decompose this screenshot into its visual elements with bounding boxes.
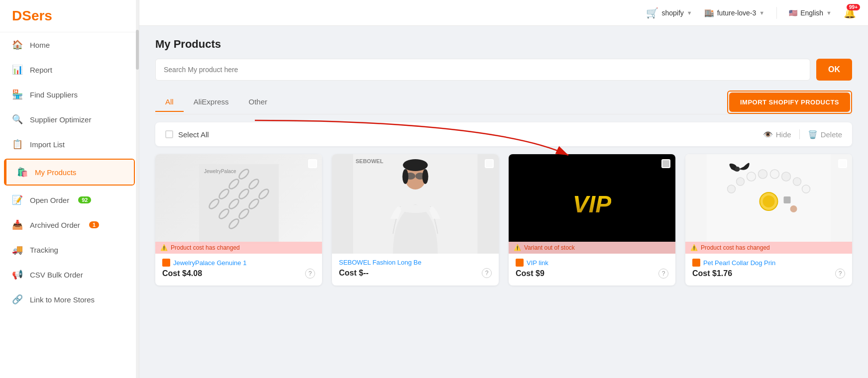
product-body: SEBOWEL Fashion Long Be Cost $-- ?: [332, 254, 499, 285]
shopify-store-selector[interactable]: 🛒 shopify ▼: [646, 7, 692, 19]
help-icon[interactable]: ?: [658, 269, 668, 279]
sidebar-item-import-list[interactable]: 📋 Import List: [0, 132, 139, 157]
page-title: My Products: [155, 38, 852, 51]
product-alert-text: Variant out of stock: [524, 244, 575, 251]
svg-text:SEBOWEL: SEBOWEL: [356, 158, 384, 164]
megaphone-icon: 📢: [12, 269, 23, 280]
list-icon: 📋: [12, 139, 23, 150]
svg-point-29: [759, 170, 767, 179]
product-cost-row: Cost $4.08 ?: [162, 269, 315, 279]
product-checkbox[interactable]: [308, 159, 317, 168]
product-source: JewelryPalace Genuine 1: [162, 259, 315, 267]
dsers-source-icon: [516, 259, 524, 267]
help-icon[interactable]: ?: [482, 268, 492, 278]
search-input[interactable]: [155, 59, 810, 81]
product-body: JewelryPalace Genuine 1 Cost $4.08 ?: [155, 254, 322, 285]
product-cost-row: Cost $-- ?: [339, 268, 492, 278]
sidebar-item-link-to-more-stores[interactable]: 🔗 Link to More Stores: [0, 287, 139, 312]
help-icon[interactable]: ?: [835, 269, 845, 279]
sidebar-item-supplier-optimizer[interactable]: 🔍 Supplier Optimizer: [0, 107, 139, 132]
shopify-chevron-icon: ▼: [687, 10, 692, 16]
flag-icon: 🇺🇸: [789, 9, 797, 17]
product-image: JewelryPalace ⚠️ Product cost has change…: [155, 154, 322, 254]
sidebar-item-my-products[interactable]: 🛍️ My Products: [5, 160, 134, 185]
tab-all[interactable]: All: [155, 93, 184, 112]
topbar-divider: [776, 7, 777, 19]
alert-icon: ⚠️: [160, 244, 168, 251]
svg-point-30: [770, 170, 779, 179]
import-shopify-products-button[interactable]: IMPORT SHOPIFY PRODUCTS: [729, 93, 850, 112]
product-name[interactable]: SEBOWEL Fashion Long Be: [339, 259, 422, 266]
product-image: ⚠️ Product cost has changed: [685, 154, 852, 254]
alert-icon: ⚠️: [690, 244, 698, 251]
product-cost: Cost $9: [516, 269, 544, 278]
product-body: Pet Pearl Collar Dog Prin Cost $1.76 ?: [685, 254, 852, 285]
sidebar-nav: 🏠 Home 📊 Report 🏪 Find Suppliers 🔍 Suppl…: [0, 32, 139, 378]
scrollbar-track[interactable]: [136, 0, 139, 378]
sidebar-item-label: Supplier Optimizer: [30, 115, 91, 124]
sidebar-item-home[interactable]: 🏠 Home: [0, 32, 139, 57]
sidebar-item-tracking[interactable]: 🚚 Tracking: [0, 237, 139, 262]
content-area: My Products OK All AliExpress Other IMPO…: [139, 26, 868, 378]
hide-button[interactable]: 👁️ Hide: [763, 130, 791, 139]
select-all-checkbox[interactable]: [165, 130, 173, 138]
topbar: 🛒 shopify ▼ 🏬 future-love-3 ▼ 🇺🇸 English…: [139, 0, 868, 26]
svg-point-28: [747, 172, 756, 181]
scrollbar-thumb[interactable]: [136, 30, 139, 70]
product-source: SEBOWEL Fashion Long Be: [339, 259, 492, 266]
notification-count-badge: 99+: [847, 4, 860, 10]
store-name-label: future-love-3: [717, 9, 757, 17]
products-grid: JewelryPalace ⚠️ Product cost has change…: [155, 154, 852, 285]
svg-point-21: [403, 159, 428, 171]
product-checkbox[interactable]: [838, 159, 847, 168]
tab-aliexpress[interactable]: AliExpress: [184, 93, 239, 112]
product-alert-text: Product cost has changed: [701, 244, 770, 251]
product-checkbox[interactable]: [485, 159, 494, 168]
aliexpress-source-icon: [162, 259, 170, 267]
svg-point-36: [735, 167, 740, 172]
product-cost-row: Cost $1.76 ?: [692, 269, 845, 279]
product-alert-text: Product cost has changed: [171, 244, 240, 251]
ok-button[interactable]: OK: [816, 59, 852, 81]
svg-point-33: [802, 185, 810, 193]
sidebar-item-open-order[interactable]: 📝 Open Order 92: [0, 188, 139, 212]
sidebar-item-label: Archived Order: [30, 221, 80, 229]
search-icon: 🔍: [12, 114, 23, 125]
product-card: ⚠️ Product cost has changed Pet Pearl Co…: [685, 154, 852, 285]
report-icon: 📊: [12, 64, 23, 75]
product-cost: Cost $1.76: [692, 269, 732, 278]
svg-rect-37: [784, 196, 791, 203]
tabs-import-row: All AliExpress Other IMPORT SHOPIFY PROD…: [155, 91, 852, 114]
action-divider: [799, 129, 800, 139]
sidebar-item-find-suppliers[interactable]: 🏪 Find Suppliers: [0, 82, 139, 107]
select-bar-right: 👁️ Hide 🗑️ Delete: [763, 129, 842, 139]
select-bar-left: Select All: [165, 130, 763, 139]
sidebar-item-archived-order[interactable]: 📥 Archived Order 1: [0, 212, 139, 237]
sidebar-item-report[interactable]: 📊 Report: [0, 57, 139, 82]
tab-other[interactable]: Other: [239, 93, 278, 112]
sidebar-item-label: Open Order: [30, 196, 69, 204]
tracking-icon: 🚚: [12, 244, 23, 255]
sidebar-item-csv-bulk-order[interactable]: 📢 CSV Bulk Order: [0, 262, 139, 287]
sidebar: DSers 🏠 Home 📊 Report 🏪 Find Suppliers 🔍…: [0, 0, 139, 378]
delete-button[interactable]: 🗑️ Delete: [808, 130, 842, 139]
product-alert-changed: ⚠️ Product cost has changed: [155, 242, 322, 254]
store-name-selector[interactable]: 🏬 future-love-3 ▼: [704, 8, 764, 17]
product-name[interactable]: JewelryPalace Genuine 1: [173, 259, 246, 267]
help-icon[interactable]: ?: [305, 269, 315, 279]
product-source: VIP link: [516, 259, 668, 267]
select-all-label[interactable]: Select All: [178, 130, 209, 139]
product-name[interactable]: VIP link: [527, 259, 548, 267]
vip-text: VIP: [573, 190, 611, 218]
delete-label: Delete: [821, 130, 842, 139]
product-checkbox[interactable]: [661, 159, 670, 168]
product-name[interactable]: Pet Pearl Collar Dog Prin: [703, 259, 775, 267]
language-selector[interactable]: 🇺🇸 English ▼: [789, 9, 832, 17]
store-icon-small: 🏬: [704, 8, 714, 17]
sidebar-item-label: Tracking: [30, 246, 58, 254]
dsers-source-icon: [692, 259, 700, 267]
sidebar-item-label: CSV Bulk Order: [30, 271, 83, 279]
notification-bell[interactable]: 🔔 99+: [844, 7, 856, 19]
svg-point-35: [763, 195, 775, 207]
product-cost: Cost $--: [339, 269, 369, 278]
